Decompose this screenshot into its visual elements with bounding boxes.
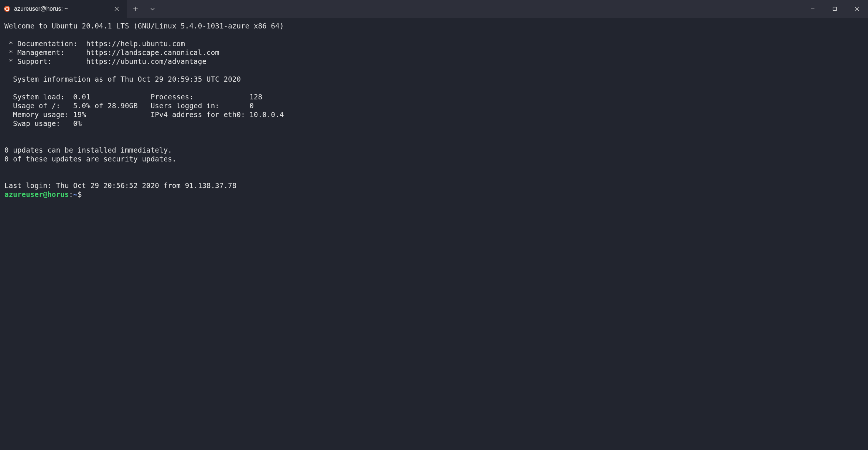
chevron-down-icon: [150, 6, 155, 11]
window-maximize-button[interactable]: [824, 0, 846, 18]
prompt-path: ~: [73, 190, 78, 198]
updates-line: 0 of these updates are security updates.: [4, 155, 177, 163]
plus-icon: [133, 6, 138, 11]
titlebar: azureuser@horus: ~: [0, 0, 868, 18]
sysinfo-row: System load: 0.01 Processes: 128: [4, 93, 262, 101]
window-minimize-button[interactable]: [802, 0, 824, 18]
close-icon: [855, 7, 859, 11]
tab-dropdown-button[interactable]: [144, 0, 161, 18]
prompt-colon: :: [69, 190, 74, 198]
updates-line: 0 updates can be installed immediately.: [4, 146, 172, 154]
motd-doc-label: * Documentation:: [4, 40, 86, 48]
motd-mgmt-label: * Management:: [4, 48, 86, 57]
prompt-user-host: azureuser@horus: [4, 190, 69, 198]
tab-title: azureuser@horus: ~: [14, 4, 108, 13]
sysinfo-header: System information as of Thu Oct 29 20:5…: [4, 75, 241, 83]
sysinfo-row: Swap usage: 0%: [4, 119, 82, 127]
new-tab-button[interactable]: [127, 0, 144, 18]
cursor: [87, 191, 87, 198]
motd-support-label: * Support:: [4, 57, 86, 65]
last-login: Last login: Thu Oct 29 20:56:52 2020 fro…: [4, 181, 237, 190]
motd-welcome: Welcome to Ubuntu 20.04.1 LTS (GNU/Linux…: [4, 22, 284, 30]
titlebar-drag-region[interactable]: [161, 0, 802, 18]
svg-rect-5: [833, 7, 837, 11]
svg-point-4: [7, 10, 9, 11]
terminal-body[interactable]: Welcome to Ubuntu 20.04.1 LTS (GNU/Linux…: [0, 18, 868, 202]
svg-point-2: [4, 8, 6, 10]
maximize-icon: [833, 7, 837, 11]
minimize-icon: [810, 7, 815, 11]
window-close-button[interactable]: [846, 0, 868, 18]
tab-close-button[interactable]: [112, 4, 122, 14]
sysinfo-row: Usage of /: 5.0% of 28.90GB Users logged…: [4, 102, 254, 110]
ubuntu-icon: [4, 6, 10, 12]
sysinfo-row: Memory usage: 19% IPv4 address for eth0:…: [4, 110, 284, 119]
window-controls: [802, 0, 868, 18]
motd-doc-url: https://help.ubuntu.com: [86, 40, 185, 48]
close-icon: [115, 7, 119, 11]
tab-active[interactable]: azureuser@horus: ~: [0, 0, 127, 18]
motd-mgmt-url: https://landscape.canonical.com: [86, 48, 219, 57]
prompt-dollar: $: [78, 190, 86, 198]
svg-point-3: [7, 7, 9, 8]
motd-support-url: https://ubuntu.com/advantage: [86, 57, 206, 65]
